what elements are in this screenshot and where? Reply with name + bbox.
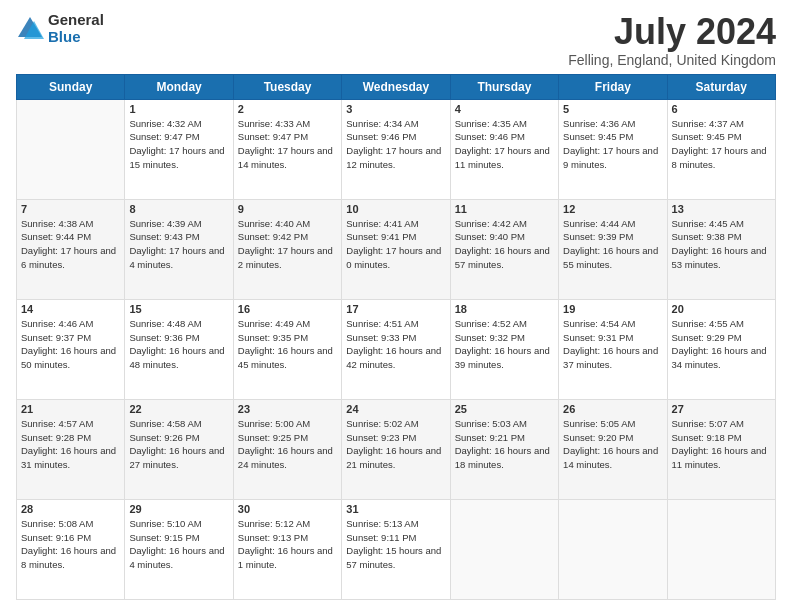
calendar-week-row: 14Sunrise: 4:46 AMSunset: 9:37 PMDayligh… — [17, 299, 776, 399]
day-number: 20 — [672, 303, 771, 315]
day-info: Sunrise: 4:42 AMSunset: 9:40 PMDaylight:… — [455, 217, 554, 272]
table-row — [450, 499, 558, 599]
table-row: 19Sunrise: 4:54 AMSunset: 9:31 PMDayligh… — [559, 299, 667, 399]
logo-blue-label: Blue — [48, 29, 104, 46]
day-number: 4 — [455, 103, 554, 115]
day-number: 24 — [346, 403, 445, 415]
table-row: 24Sunrise: 5:02 AMSunset: 9:23 PMDayligh… — [342, 399, 450, 499]
table-row: 31Sunrise: 5:13 AMSunset: 9:11 PMDayligh… — [342, 499, 450, 599]
day-number: 9 — [238, 203, 337, 215]
day-info: Sunrise: 5:10 AMSunset: 9:15 PMDaylight:… — [129, 517, 228, 572]
day-info: Sunrise: 5:13 AMSunset: 9:11 PMDaylight:… — [346, 517, 445, 572]
col-monday: Monday — [125, 74, 233, 99]
day-number: 14 — [21, 303, 120, 315]
day-number: 27 — [672, 403, 771, 415]
calendar-week-row: 28Sunrise: 5:08 AMSunset: 9:16 PMDayligh… — [17, 499, 776, 599]
table-row: 27Sunrise: 5:07 AMSunset: 9:18 PMDayligh… — [667, 399, 775, 499]
table-row: 23Sunrise: 5:00 AMSunset: 9:25 PMDayligh… — [233, 399, 341, 499]
day-info: Sunrise: 5:02 AMSunset: 9:23 PMDaylight:… — [346, 417, 445, 472]
day-number: 31 — [346, 503, 445, 515]
day-info: Sunrise: 4:38 AMSunset: 9:44 PMDaylight:… — [21, 217, 120, 272]
day-number: 12 — [563, 203, 662, 215]
table-row: 3Sunrise: 4:34 AMSunset: 9:46 PMDaylight… — [342, 99, 450, 199]
table-row: 14Sunrise: 4:46 AMSunset: 9:37 PMDayligh… — [17, 299, 125, 399]
day-info: Sunrise: 5:03 AMSunset: 9:21 PMDaylight:… — [455, 417, 554, 472]
calendar-week-row: 21Sunrise: 4:57 AMSunset: 9:28 PMDayligh… — [17, 399, 776, 499]
table-row: 10Sunrise: 4:41 AMSunset: 9:41 PMDayligh… — [342, 199, 450, 299]
day-info: Sunrise: 4:48 AMSunset: 9:36 PMDaylight:… — [129, 317, 228, 372]
day-number: 7 — [21, 203, 120, 215]
day-info: Sunrise: 4:54 AMSunset: 9:31 PMDaylight:… — [563, 317, 662, 372]
day-info: Sunrise: 4:37 AMSunset: 9:45 PMDaylight:… — [672, 117, 771, 172]
table-row: 9Sunrise: 4:40 AMSunset: 9:42 PMDaylight… — [233, 199, 341, 299]
day-info: Sunrise: 4:55 AMSunset: 9:29 PMDaylight:… — [672, 317, 771, 372]
table-row: 26Sunrise: 5:05 AMSunset: 9:20 PMDayligh… — [559, 399, 667, 499]
day-number: 29 — [129, 503, 228, 515]
day-number: 5 — [563, 103, 662, 115]
table-row: 25Sunrise: 5:03 AMSunset: 9:21 PMDayligh… — [450, 399, 558, 499]
day-number: 22 — [129, 403, 228, 415]
logo: General Blue — [16, 12, 104, 45]
table-row: 16Sunrise: 4:49 AMSunset: 9:35 PMDayligh… — [233, 299, 341, 399]
calendar-week-row: 7Sunrise: 4:38 AMSunset: 9:44 PMDaylight… — [17, 199, 776, 299]
day-number: 30 — [238, 503, 337, 515]
table-row: 20Sunrise: 4:55 AMSunset: 9:29 PMDayligh… — [667, 299, 775, 399]
title-block: July 2024 Felling, England, United Kingd… — [568, 12, 776, 68]
col-sunday: Sunday — [17, 74, 125, 99]
table-row — [559, 499, 667, 599]
day-number: 8 — [129, 203, 228, 215]
table-row: 11Sunrise: 4:42 AMSunset: 9:40 PMDayligh… — [450, 199, 558, 299]
table-row: 15Sunrise: 4:48 AMSunset: 9:36 PMDayligh… — [125, 299, 233, 399]
table-row — [667, 499, 775, 599]
table-row: 8Sunrise: 4:39 AMSunset: 9:43 PMDaylight… — [125, 199, 233, 299]
table-row: 28Sunrise: 5:08 AMSunset: 9:16 PMDayligh… — [17, 499, 125, 599]
day-number: 3 — [346, 103, 445, 115]
table-row: 21Sunrise: 4:57 AMSunset: 9:28 PMDayligh… — [17, 399, 125, 499]
day-number: 26 — [563, 403, 662, 415]
table-row: 13Sunrise: 4:45 AMSunset: 9:38 PMDayligh… — [667, 199, 775, 299]
table-row: 30Sunrise: 5:12 AMSunset: 9:13 PMDayligh… — [233, 499, 341, 599]
day-info: Sunrise: 4:49 AMSunset: 9:35 PMDaylight:… — [238, 317, 337, 372]
day-info: Sunrise: 4:45 AMSunset: 9:38 PMDaylight:… — [672, 217, 771, 272]
day-number: 28 — [21, 503, 120, 515]
logo-text: General Blue — [48, 12, 104, 45]
day-info: Sunrise: 4:41 AMSunset: 9:41 PMDaylight:… — [346, 217, 445, 272]
day-info: Sunrise: 4:52 AMSunset: 9:32 PMDaylight:… — [455, 317, 554, 372]
calendar-header-row: Sunday Monday Tuesday Wednesday Thursday… — [17, 74, 776, 99]
day-info: Sunrise: 4:40 AMSunset: 9:42 PMDaylight:… — [238, 217, 337, 272]
col-friday: Friday — [559, 74, 667, 99]
table-row — [17, 99, 125, 199]
day-number: 1 — [129, 103, 228, 115]
day-info: Sunrise: 5:00 AMSunset: 9:25 PMDaylight:… — [238, 417, 337, 472]
day-number: 2 — [238, 103, 337, 115]
day-number: 18 — [455, 303, 554, 315]
col-thursday: Thursday — [450, 74, 558, 99]
table-row: 7Sunrise: 4:38 AMSunset: 9:44 PMDaylight… — [17, 199, 125, 299]
table-row: 17Sunrise: 4:51 AMSunset: 9:33 PMDayligh… — [342, 299, 450, 399]
day-number: 10 — [346, 203, 445, 215]
calendar-week-row: 1Sunrise: 4:32 AMSunset: 9:47 PMDaylight… — [17, 99, 776, 199]
day-info: Sunrise: 4:44 AMSunset: 9:39 PMDaylight:… — [563, 217, 662, 272]
table-row: 1Sunrise: 4:32 AMSunset: 9:47 PMDaylight… — [125, 99, 233, 199]
day-number: 13 — [672, 203, 771, 215]
day-number: 19 — [563, 303, 662, 315]
day-info: Sunrise: 5:05 AMSunset: 9:20 PMDaylight:… — [563, 417, 662, 472]
day-info: Sunrise: 5:07 AMSunset: 9:18 PMDaylight:… — [672, 417, 771, 472]
table-row: 2Sunrise: 4:33 AMSunset: 9:47 PMDaylight… — [233, 99, 341, 199]
day-info: Sunrise: 4:51 AMSunset: 9:33 PMDaylight:… — [346, 317, 445, 372]
day-info: Sunrise: 4:35 AMSunset: 9:46 PMDaylight:… — [455, 117, 554, 172]
table-row: 18Sunrise: 4:52 AMSunset: 9:32 PMDayligh… — [450, 299, 558, 399]
day-number: 21 — [21, 403, 120, 415]
day-number: 25 — [455, 403, 554, 415]
col-tuesday: Tuesday — [233, 74, 341, 99]
day-info: Sunrise: 4:36 AMSunset: 9:45 PMDaylight:… — [563, 117, 662, 172]
day-info: Sunrise: 4:39 AMSunset: 9:43 PMDaylight:… — [129, 217, 228, 272]
table-row: 12Sunrise: 4:44 AMSunset: 9:39 PMDayligh… — [559, 199, 667, 299]
day-number: 16 — [238, 303, 337, 315]
col-saturday: Saturday — [667, 74, 775, 99]
day-info: Sunrise: 5:12 AMSunset: 9:13 PMDaylight:… — [238, 517, 337, 572]
table-row: 6Sunrise: 4:37 AMSunset: 9:45 PMDaylight… — [667, 99, 775, 199]
location-label: Felling, England, United Kingdom — [568, 52, 776, 68]
table-row: 22Sunrise: 4:58 AMSunset: 9:26 PMDayligh… — [125, 399, 233, 499]
logo-icon — [16, 15, 44, 43]
